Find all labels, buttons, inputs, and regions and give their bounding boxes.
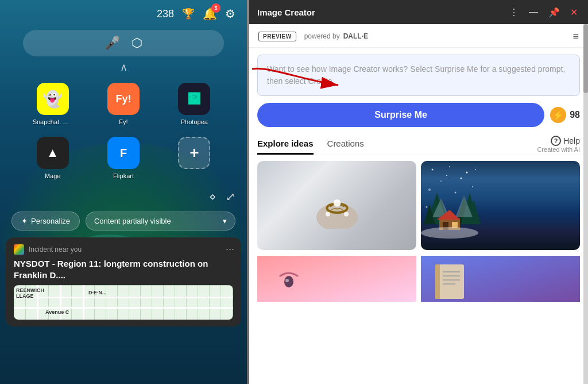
more-options-button[interactable]: ⋮	[507, 6, 521, 19]
snapchat-icon: 👻	[37, 83, 69, 115]
hamburger-menu-button[interactable]: ≡	[572, 31, 579, 41]
personalize-button[interactable]: ✦ Personalize	[11, 212, 80, 231]
personalize-label: Personalize	[31, 217, 70, 225]
news-more-button[interactable]: ···	[226, 243, 234, 255]
header-left: PREVIEW powered by DALL·E	[258, 32, 368, 41]
lightning-icon: ⚡	[550, 107, 566, 123]
window-controls: ⋮ — 📌 ✕	[507, 6, 580, 19]
image-grid-bottom	[249, 256, 588, 308]
app-mage[interactable]: ▲ Mage	[23, 137, 82, 179]
tab-explore-ideas[interactable]: Explore ideas	[257, 134, 314, 155]
news-card: Incident near you ··· NYSDOT - Region 11…	[6, 237, 241, 327]
content-chevron-icon: ▾	[223, 217, 227, 225]
flipkart-label: Flipkart	[113, 172, 134, 179]
photopea-icon: 🅿	[178, 83, 210, 115]
fy-label: Fy!	[119, 118, 127, 125]
creations-label: Creations	[327, 139, 364, 148]
explore-ideas-label: Explore ideas	[257, 139, 314, 148]
mage-icon: ▲	[37, 137, 69, 169]
svg-point-19	[428, 189, 431, 191]
notification-badge: 5	[211, 3, 220, 13]
app-snapchat[interactable]: 👻 Snapchat. No...	[23, 83, 82, 125]
content-visibility-button[interactable]: Content partially visible ▾	[86, 212, 235, 231]
svg-point-42	[285, 279, 289, 282]
scrollbar-track[interactable]	[583, 24, 588, 384]
content-area: PREVIEW powered by DALL·E ≡ Want to see …	[249, 24, 588, 384]
map-label: Avenue C	[45, 309, 69, 315]
bottom-buttons: ✦ Personalize Content partially visible …	[0, 208, 247, 234]
svg-point-16	[466, 172, 468, 174]
svg-point-17	[440, 181, 442, 182]
add-app-icon: +	[178, 137, 210, 169]
settings-icon[interactable]: ⚙	[225, 7, 235, 21]
search-bar[interactable]: 🎤 ⬡	[23, 30, 224, 56]
help-label: Help	[563, 136, 580, 145]
image-grid-top	[249, 155, 588, 256]
close-button[interactable]: ✕	[568, 6, 580, 19]
scan-icon[interactable]: ⬡	[131, 36, 142, 51]
map-label: REENWICH	[16, 287, 44, 293]
svg-point-24	[446, 175, 447, 176]
svg-point-21	[455, 192, 457, 194]
preview-badge: PREVIEW	[258, 32, 296, 41]
title-bar: Image Creator ⋮ — 📌 ✕	[249, 0, 588, 24]
powered-by-text: powered by	[304, 32, 340, 40]
image-card-cabin[interactable]	[421, 161, 580, 250]
svg-rect-45	[435, 264, 440, 299]
map-label: D·E·N...	[88, 290, 107, 295]
fy-icon: Fy!	[107, 83, 140, 115]
creator-header: PREVIEW powered by DALL·E ≡	[249, 24, 588, 48]
news-source-row: Incident near you	[14, 244, 233, 255]
window-title: Image Creator	[257, 7, 315, 17]
photopea-label: Photopea	[181, 118, 208, 125]
surprise-me-button[interactable]: Surprise Me	[257, 103, 544, 127]
google-news-icon	[14, 244, 24, 255]
chevron-up-icon: ∧	[120, 61, 127, 74]
image-card-ring[interactable]	[257, 161, 416, 250]
svg-point-26	[475, 169, 476, 170]
map-label: LLAGE	[16, 293, 34, 299]
map-road	[14, 297, 233, 298]
svg-point-12	[326, 212, 330, 216]
help-button[interactable]: ? Help	[551, 136, 580, 146]
tab-creations[interactable]: Creations	[327, 134, 364, 155]
scrollbar-thumb[interactable]	[583, 24, 588, 93]
prompt-placeholder: Want to see how Image Creator works? Sel…	[267, 64, 565, 86]
ring-image-bg	[257, 161, 416, 250]
svg-point-8	[316, 203, 358, 229]
news-title: NYSDOT - Region 11: longterm constructio…	[14, 258, 233, 281]
share-icon[interactable]: ⋄	[209, 190, 216, 203]
microphone-icon[interactable]: 🎤	[105, 36, 120, 51]
svg-point-11	[334, 200, 336, 202]
notification-bell[interactable]: 🔔 5	[203, 7, 217, 21]
expand-icon[interactable]: ⤢	[226, 190, 235, 203]
svg-point-14	[432, 169, 434, 171]
app-fy[interactable]: Fy! Fy!	[94, 83, 153, 125]
prompt-input-area[interactable]: Want to see how Image Creator works? Sel…	[257, 55, 580, 96]
personalize-star-icon: ✦	[21, 217, 28, 225]
trophy-icon: 🏆	[182, 7, 195, 20]
image-card-book[interactable]	[421, 256, 580, 302]
minimize-button[interactable]: —	[527, 6, 540, 18]
image-creator-panel: Image Creator ⋮ — 📌 ✕ PREVIEW powered by…	[249, 0, 588, 384]
chevron-up-area[interactable]: ∧	[0, 61, 247, 74]
pin-button[interactable]: 📌	[546, 6, 562, 19]
svg-point-41	[284, 276, 293, 287]
help-circle-icon: ?	[551, 136, 561, 146]
help-group: ? Help Created with AI	[537, 136, 580, 153]
dall-e-text: DALL·E	[343, 32, 368, 40]
app-add[interactable]: +	[165, 137, 224, 179]
svg-point-13	[344, 212, 349, 216]
svg-point-39	[421, 227, 478, 239]
status-bar: 238 🏆 🔔 5 ⚙	[0, 0, 247, 25]
image-card-pink[interactable]	[257, 256, 416, 302]
svg-rect-38	[452, 222, 458, 228]
coins-count: 98	[570, 110, 580, 120]
app-photopea[interactable]: 🅿 Photopea	[165, 83, 224, 125]
svg-point-15	[449, 166, 450, 167]
map-road	[14, 307, 233, 309]
score-display: 238	[157, 8, 174, 20]
mage-label: Mage	[45, 172, 61, 179]
app-flipkart[interactable]: F Flipkart	[94, 137, 153, 179]
svg-point-20	[472, 186, 473, 187]
